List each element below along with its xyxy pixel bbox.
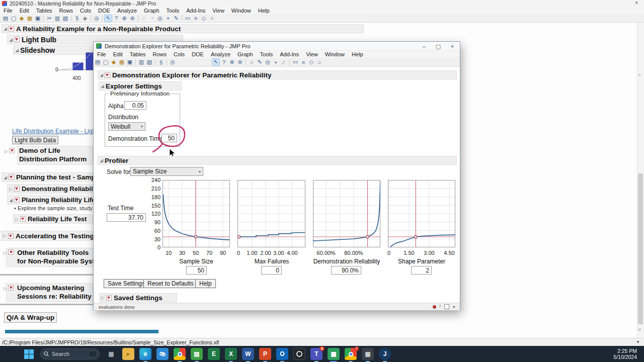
copy-icon[interactable]: ▥ [137, 59, 145, 65]
arrow-tool-icon[interactable]: ↖ [104, 15, 112, 22]
menu-graph[interactable]: Graph [140, 8, 163, 14]
open-icon[interactable]: ▦ [26, 15, 34, 22]
edge-icon[interactable]: e [139, 348, 151, 360]
lock-icon[interactable]: ◈ [81, 15, 89, 22]
polygon-tool-icon[interactable]: ◇ [307, 59, 315, 65]
saved-settings-header[interactable]: ▷ Saved Settings [99, 293, 177, 302]
outlook-icon[interactable]: O [276, 348, 288, 360]
ellipse-tool-icon[interactable]: ○ [315, 59, 324, 65]
chrome-icon[interactable] [174, 348, 186, 360]
journal-icon[interactable]: ▤ [94, 59, 102, 65]
maximize-icon[interactable]: ▢ [432, 42, 445, 51]
red-triangle-menu-icon[interactable] [106, 295, 112, 301]
main-close-icon[interactable]: × [635, 0, 638, 6]
red-triangle-menu-icon[interactable] [8, 249, 14, 255]
search-tool-icon[interactable]: ◎ [93, 15, 101, 22]
profiler-plot-demonstration-reliability[interactable] [313, 180, 380, 247]
taskbar-search[interactable]: Search [40, 348, 100, 359]
annotate-tool-icon[interactable]: ∕ [280, 59, 288, 65]
file-explorer-icon[interactable]: ▸ [122, 348, 134, 360]
menu-analyze[interactable]: Analyze [207, 51, 234, 57]
save-icon[interactable]: ▣ [126, 59, 134, 65]
menu-tools[interactable]: Tools [257, 51, 277, 57]
new-data-table-icon[interactable]: ▢ [102, 59, 110, 65]
disclosure-closed-icon[interactable]: ▷ [4, 286, 7, 291]
menu-tables[interactable]: Tables [126, 51, 149, 57]
menu-tools[interactable]: Tools [163, 8, 183, 14]
profiler-header[interactable]: ◢ Profiler [98, 156, 457, 165]
red-triangle-menu-icon[interactable] [105, 72, 110, 78]
help-tool-icon[interactable]: ? [220, 59, 228, 65]
light-bulb-data-button[interactable]: Light Bulb Data [12, 136, 58, 144]
red-triangle-menu-icon[interactable] [9, 26, 14, 32]
disclosure-closed-icon[interactable]: ▷ [15, 217, 19, 222]
scroll-down-icon[interactable]: v [638, 327, 641, 332]
excel-icon[interactable]: X [225, 348, 237, 360]
open-icon[interactable]: ▦ [118, 59, 126, 65]
plus-tool-icon[interactable]: + [164, 15, 172, 21]
disclosure-open-icon[interactable]: ◢ [101, 83, 104, 88]
scroll-up-icon[interactable]: ^ [638, 73, 640, 78]
disclosure-closed-icon[interactable]: ▷ [4, 250, 7, 255]
disclosure-open-icon[interactable]: ◢ [100, 158, 103, 163]
menu-tables[interactable]: Tables [33, 8, 56, 14]
menu-graph[interactable]: Graph [234, 51, 257, 57]
profiler-plot-shape-parameter[interactable] [388, 180, 455, 247]
paste-icon[interactable]: ▧ [145, 59, 153, 65]
copy-icon[interactable]: ▥ [53, 15, 61, 22]
arrow-tool-icon[interactable]: ↖ [212, 58, 220, 66]
menu-analyze[interactable]: Analyze [114, 8, 140, 14]
red-triangle-menu-icon[interactable] [9, 148, 15, 153]
zoom-tool-icon[interactable]: ◔ [148, 15, 156, 21]
word-icon[interactable]: W [242, 348, 254, 360]
disclosure-open-icon[interactable]: ◢ [4, 175, 7, 180]
new-data-table-icon[interactable]: ▢ [10, 15, 18, 22]
scrollbar-thumb[interactable] [638, 173, 643, 324]
ellipse-tool-icon[interactable]: ○ [208, 15, 216, 21]
menu-rows[interactable]: Rows [149, 51, 171, 57]
disclosure-open-icon[interactable]: ◢ [9, 198, 13, 203]
max-failures-field[interactable]: 0 [261, 266, 282, 275]
disclosure-open-icon[interactable]: ◢ [9, 37, 13, 42]
line-tool-icon[interactable]: ≡ [299, 59, 307, 65]
red-triangle-menu-icon[interactable] [14, 186, 20, 192]
script-window-icon[interactable]: § [157, 59, 165, 65]
jmp-icon[interactable]: J [379, 348, 391, 360]
green-app-2-icon[interactable]: ▦ [328, 348, 340, 360]
red-triangle-menu-icon[interactable] [9, 174, 14, 180]
outline-accelerating-testing[interactable]: ▷ Accelerating the Testing [1, 231, 93, 241]
status-up-arrow-icon[interactable]: ^ [439, 304, 441, 309]
disclosure-closed-icon[interactable]: ▷ [3, 233, 7, 238]
menu-file[interactable]: File [94, 51, 110, 57]
script-window-icon[interactable]: § [73, 15, 81, 21]
menu-window[interactable]: Window [321, 51, 348, 57]
red-triangle-menu-icon[interactable] [8, 233, 14, 239]
menu-file[interactable]: File [0, 8, 16, 14]
sample-size-field[interactable]: 50 [186, 266, 207, 275]
disclosure-closed-icon[interactable]: ▷ [5, 149, 8, 154]
journal-icon[interactable]: ▤ [2, 15, 10, 22]
lasso-tool-icon[interactable]: ○ [140, 15, 148, 21]
status-dropdown-icon[interactable]: ▼ [636, 340, 644, 344]
disclosure-open-icon[interactable]: ◢ [4, 26, 7, 31]
reset-to-defaults-button[interactable]: Reset to Defaults [143, 279, 198, 288]
grabber-tool-icon[interactable]: ⊕ [120, 15, 128, 22]
test-time-field[interactable]: 37.70 [107, 213, 146, 222]
clock-app-icon[interactable] [293, 348, 305, 360]
menu-help[interactable]: Help [255, 8, 273, 14]
task-view-icon[interactable]: ▦ [105, 348, 117, 360]
demonstration-time-field[interactable]: 50 [162, 134, 177, 142]
magnifier-tool-icon[interactable]: ◎ [156, 15, 164, 22]
menu-addins[interactable]: Add-Ins [276, 51, 302, 57]
brush-tool-icon[interactable]: ⊛ [128, 15, 136, 22]
alpha-field[interactable]: 0.05 [124, 101, 146, 110]
outline-planning-reliability-life[interactable]: ◢ Planning Reliability Life [7, 195, 93, 205]
search-tool-icon[interactable]: ◎ [169, 59, 177, 65]
menu-window[interactable]: Window [228, 8, 255, 14]
red-triangle-menu-icon[interactable] [20, 216, 26, 222]
green-file-app-icon[interactable]: ▤ [191, 348, 203, 360]
new-script-icon[interactable]: ◆ [18, 15, 26, 22]
status-dropdown-icon[interactable]: ▼ [452, 305, 456, 309]
store-icon[interactable]: 🛍 [156, 348, 169, 360]
help-button[interactable]: Help [195, 279, 216, 288]
